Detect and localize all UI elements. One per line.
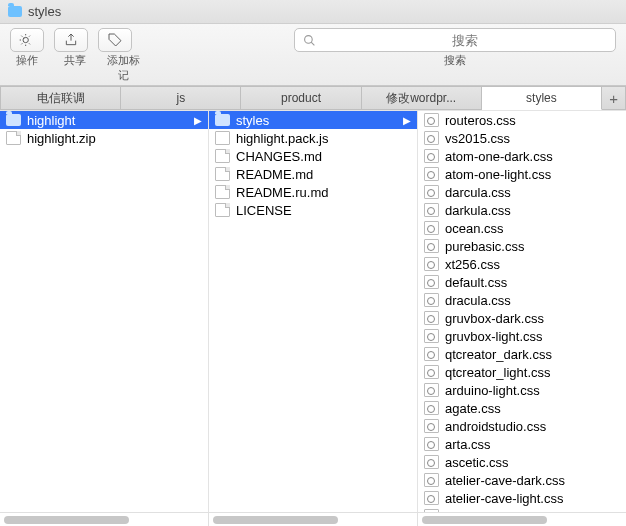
file-icon	[424, 275, 439, 289]
list-item[interactable]: styles▶	[209, 111, 417, 129]
file-icon	[424, 203, 439, 217]
search-field[interactable]	[294, 28, 616, 52]
item-label: gruvbox-dark.css	[445, 311, 620, 326]
folder-icon	[6, 114, 21, 126]
list-item[interactable]: darcula.css	[418, 183, 626, 201]
item-label: highlight	[27, 113, 188, 128]
item-label: vs2015.css	[445, 131, 620, 146]
horizontal-scrollbar[interactable]	[0, 512, 626, 526]
svg-point-0	[23, 37, 28, 42]
file-icon	[424, 239, 439, 253]
item-label: atelier-dune-dark.css	[445, 509, 620, 513]
tags-label: 添加标记	[106, 53, 140, 83]
item-label: xt256.css	[445, 257, 620, 272]
item-label: ascetic.css	[445, 455, 620, 470]
list-item[interactable]: atom-one-dark.css	[418, 147, 626, 165]
list-item[interactable]: arta.css	[418, 435, 626, 453]
item-label: arduino-light.css	[445, 383, 620, 398]
list-item[interactable]: agate.css	[418, 399, 626, 417]
item-label: darkula.css	[445, 203, 620, 218]
file-icon	[424, 149, 439, 163]
list-item[interactable]: darkula.css	[418, 201, 626, 219]
folder-icon	[8, 6, 22, 17]
search-label: 搜索	[294, 53, 616, 83]
file-icon	[424, 257, 439, 271]
list-item[interactable]: highlight▶	[0, 111, 208, 129]
list-item[interactable]: routeros.css	[418, 111, 626, 129]
tab-3[interactable]: 修改wordpr...	[362, 86, 482, 110]
file-icon	[215, 167, 230, 181]
item-label: README.ru.md	[236, 185, 411, 200]
file-icon	[424, 113, 439, 127]
share-button[interactable]	[54, 28, 88, 52]
tags-button[interactable]	[98, 28, 132, 52]
tab-2[interactable]: product	[241, 86, 361, 110]
list-item[interactable]: highlight.zip	[0, 129, 208, 147]
tab-0[interactable]: 电信联调	[0, 86, 121, 110]
list-item[interactable]: highlight.pack.js	[209, 129, 417, 147]
list-item[interactable]: androidstudio.css	[418, 417, 626, 435]
list-item[interactable]: README.ru.md	[209, 183, 417, 201]
item-label: styles	[236, 113, 397, 128]
list-item[interactable]: CHANGES.md	[209, 147, 417, 165]
list-item[interactable]: ocean.css	[418, 219, 626, 237]
file-icon	[424, 329, 439, 343]
actions-label: 操作	[10, 53, 44, 83]
item-label: CHANGES.md	[236, 149, 411, 164]
tab-1[interactable]: js	[121, 86, 241, 110]
column-1: styles▶highlight.pack.jsCHANGES.mdREADME…	[209, 111, 418, 512]
list-item[interactable]: vs2015.css	[418, 129, 626, 147]
list-item[interactable]: ascetic.css	[418, 453, 626, 471]
file-icon	[424, 509, 439, 512]
tab-add-button[interactable]: +	[602, 86, 626, 110]
item-label: androidstudio.css	[445, 419, 620, 434]
list-item[interactable]: xt256.css	[418, 255, 626, 273]
list-item[interactable]: atelier-cave-dark.css	[418, 471, 626, 489]
file-icon	[424, 347, 439, 361]
file-icon	[424, 383, 439, 397]
file-icon	[424, 365, 439, 379]
search-input[interactable]	[322, 33, 607, 48]
list-item[interactable]: gruvbox-light.css	[418, 327, 626, 345]
list-item[interactable]: dracula.css	[418, 291, 626, 309]
item-label: atelier-cave-light.css	[445, 491, 620, 506]
item-label: qtcreator_dark.css	[445, 347, 620, 362]
list-item[interactable]: default.css	[418, 273, 626, 291]
list-item[interactable]: qtcreator_dark.css	[418, 345, 626, 363]
share-icon	[63, 32, 79, 48]
tab-4[interactable]: styles	[482, 86, 602, 110]
chevron-right-icon: ▶	[403, 115, 411, 126]
item-label: gruvbox-light.css	[445, 329, 620, 344]
file-icon	[424, 221, 439, 235]
file-icon	[424, 293, 439, 307]
search-icon	[303, 34, 316, 47]
list-item[interactable]: gruvbox-dark.css	[418, 309, 626, 327]
item-label: highlight.pack.js	[236, 131, 411, 146]
svg-point-1	[305, 35, 313, 43]
list-item[interactable]: README.md	[209, 165, 417, 183]
file-icon	[424, 401, 439, 415]
file-icon	[6, 131, 21, 145]
file-icon	[424, 473, 439, 487]
file-icon	[424, 419, 439, 433]
list-item[interactable]: atelier-dune-dark.css	[418, 507, 626, 512]
item-label: default.css	[445, 275, 620, 290]
item-label: qtcreator_light.css	[445, 365, 620, 380]
chevron-right-icon: ▶	[194, 115, 202, 126]
item-label: atelier-cave-dark.css	[445, 473, 620, 488]
list-item[interactable]: qtcreator_light.css	[418, 363, 626, 381]
list-item[interactable]: LICENSE	[209, 201, 417, 219]
item-label: routeros.css	[445, 113, 620, 128]
window-title: styles	[28, 4, 61, 19]
window-titlebar: styles	[0, 0, 626, 24]
list-item[interactable]: atelier-cave-light.css	[418, 489, 626, 507]
list-item[interactable]: arduino-light.css	[418, 381, 626, 399]
item-label: arta.css	[445, 437, 620, 452]
list-item[interactable]: atom-one-light.css	[418, 165, 626, 183]
item-label: ocean.css	[445, 221, 620, 236]
list-item[interactable]: purebasic.css	[418, 237, 626, 255]
file-icon	[424, 455, 439, 469]
item-label: atom-one-dark.css	[445, 149, 620, 164]
item-label: dracula.css	[445, 293, 620, 308]
actions-button[interactable]	[10, 28, 44, 52]
